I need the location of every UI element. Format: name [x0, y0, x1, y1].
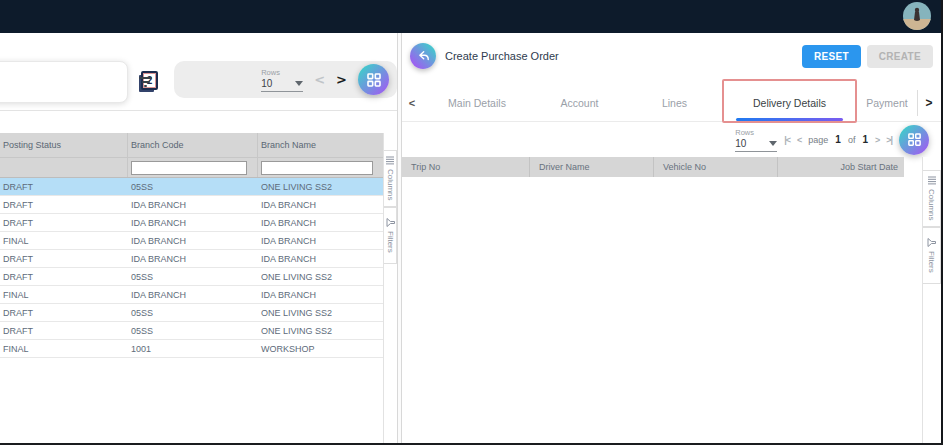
table-header-row: Posting Status Branch Code Branch Name [0, 133, 383, 157]
column-header[interactable]: Branch Name [258, 133, 383, 157]
prev-page-button[interactable]: < [314, 73, 325, 86]
table-cell: 05SS [128, 326, 258, 336]
table-cell: DRAFT [0, 326, 128, 336]
app-window: 2 Rows 10 < > Posting Status Branch Code… [0, 0, 943, 445]
page-label: page [808, 135, 828, 145]
last-page-button[interactable]: >| [886, 135, 892, 145]
rows-value: 10 [735, 138, 746, 149]
branch-code-filter-input[interactable] [131, 161, 247, 175]
table-cell: FINAL [0, 290, 128, 300]
table-cell: DRAFT [0, 200, 128, 210]
table-cell: IDA BRANCH [128, 254, 258, 264]
column-header[interactable]: Trip No [402, 157, 530, 177]
back-arrow-icon [416, 49, 430, 63]
next-page-button[interactable]: > [336, 73, 347, 86]
table-cell: IDA BRANCH [258, 254, 383, 264]
delivery-table-header-row: Trip No Driver Name Vehicle No Job Start… [402, 157, 904, 177]
funnel-icon [927, 238, 936, 247]
caret-down-icon [295, 81, 303, 86]
toolbar-divider [0, 110, 397, 111]
columns-side-tab-label: Columns [386, 169, 395, 201]
table-cell: ONE LIVING SS2 [258, 308, 383, 318]
back-button[interactable] [410, 43, 436, 69]
create-purchase-order-panel: Create Purchase Order RESET CREATE < Mai… [402, 33, 941, 445]
branches-table: Posting Status Branch Code Branch Name D… [0, 133, 383, 358]
rows-per-page-dropdown[interactable]: Rows 10 [735, 128, 777, 152]
tab-scroll-left[interactable]: < [402, 97, 422, 109]
tab-account[interactable]: Account [532, 85, 627, 121]
right-table-toolbar: Rows 10 |< < page 1 of 1 > >| [402, 122, 935, 157]
table-cell: IDA BRANCH [258, 290, 383, 300]
column-header[interactable]: Driver Name [530, 157, 654, 177]
table-row[interactable]: DRAFT05SSONE LIVING SS2 [0, 304, 383, 322]
prev-page-button[interactable]: < [797, 135, 801, 145]
rows-per-page-dropdown[interactable]: Rows 10 [261, 68, 303, 92]
filters-side-tab[interactable]: Filters [384, 207, 397, 264]
columns-icon [928, 176, 936, 185]
of-label: of [848, 135, 856, 145]
funnel-icon [386, 218, 395, 227]
user-avatar[interactable] [903, 2, 931, 30]
tab-lines[interactable]: Lines [627, 85, 722, 121]
filters-side-tab[interactable]: Filters [923, 227, 941, 284]
total-pages-number: 1 [862, 134, 868, 145]
column-header[interactable]: Posting Status [0, 133, 128, 157]
tab-delivery-details[interactable]: Delivery Details [722, 85, 857, 121]
columns-side-tab[interactable]: Columns [384, 150, 397, 207]
column-header[interactable]: Branch Code [128, 133, 258, 157]
columns-icon [386, 156, 394, 165]
rows-label: Rows [735, 128, 777, 137]
left-side-tab-strip: Columns Filters [383, 133, 397, 445]
avatar-photo-icon [903, 2, 931, 30]
left-table-toolbar: Rows 10 < > [174, 61, 397, 98]
table-cell: WORKSHOP [258, 344, 383, 354]
grid-view-button[interactable] [899, 125, 929, 155]
table-cell: 05SS [128, 308, 258, 318]
table-row[interactable]: DRAFTIDA BRANCHIDA BRANCH [0, 196, 383, 214]
table-cell: 05SS [128, 182, 258, 192]
create-button[interactable]: CREATE [867, 45, 933, 68]
columns-side-tab[interactable]: Columns [923, 170, 941, 227]
table-cell: IDA BRANCH [128, 200, 258, 210]
grid-icon [907, 132, 922, 147]
table-cell: IDA BRANCH [128, 218, 258, 228]
table-cell: IDA BRANCH [258, 236, 383, 246]
search-input[interactable] [0, 77, 139, 88]
search-box [0, 61, 128, 103]
table-cell: DRAFT [0, 182, 128, 192]
tab-payment[interactable]: Payment [857, 85, 917, 121]
filter-icon[interactable] [139, 77, 152, 87]
next-page-button[interactable]: > [875, 135, 879, 145]
tab-main-details[interactable]: Main Details [422, 85, 532, 121]
grid-view-button[interactable] [358, 64, 389, 95]
table-row[interactable]: FINALIDA BRANCHIDA BRANCH [0, 232, 383, 250]
table-cell: DRAFT [0, 254, 128, 264]
left-table-body: DRAFT05SSONE LIVING SS2DRAFTIDA BRANCHID… [0, 178, 383, 358]
table-row[interactable]: DRAFT05SSONE LIVING SS2 [0, 268, 383, 286]
table-row[interactable]: DRAFT05SSONE LIVING SS2 [0, 322, 383, 340]
table-row[interactable]: DRAFTIDA BRANCHIDA BRANCH [0, 214, 383, 232]
columns-side-tab-label: Columns [927, 189, 936, 221]
table-cell: DRAFT [0, 272, 128, 282]
tab-bar: < Main Details Account Lines Delivery De… [402, 85, 941, 122]
table-row[interactable]: FINALIDA BRANCHIDA BRANCH [0, 286, 383, 304]
table-cell: IDA BRANCH [128, 236, 258, 246]
column-header[interactable]: Vehicle No [654, 157, 778, 177]
right-side-tab-strip: Columns Filters [922, 157, 941, 445]
branch-name-filter-input[interactable] [261, 161, 373, 175]
table-row[interactable]: DRAFT05SSONE LIVING SS2 [0, 178, 383, 196]
table-cell: ONE LIVING SS2 [258, 326, 383, 336]
table-cell: ONE LIVING SS2 [258, 272, 383, 282]
rows-label: Rows [261, 68, 303, 77]
table-cell: IDA BRANCH [258, 200, 383, 210]
table-cell: 05SS [128, 272, 258, 282]
table-cell: 1001 [128, 344, 258, 354]
column-header[interactable]: Job Start Date [778, 157, 904, 177]
top-navigation-bar [0, 0, 943, 33]
table-row[interactable]: FINAL1001WORKSHOP [0, 340, 383, 358]
table-cell: DRAFT [0, 308, 128, 318]
tab-scroll-right[interactable]: > [918, 96, 940, 110]
reset-button[interactable]: RESET [802, 45, 861, 68]
first-page-button[interactable]: |< [784, 135, 790, 145]
table-row[interactable]: DRAFTIDA BRANCHIDA BRANCH [0, 250, 383, 268]
